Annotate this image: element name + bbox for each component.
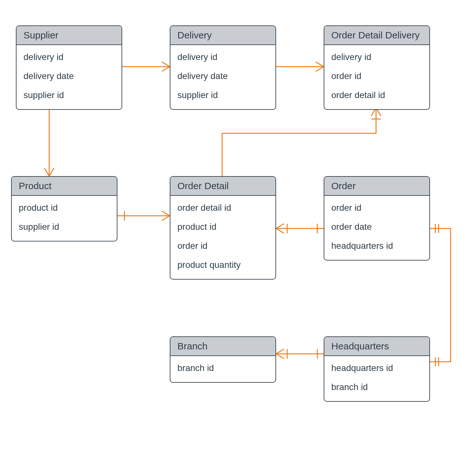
entity-title: Product (12, 177, 117, 196)
entity-attr: supplier id (177, 86, 268, 105)
entity-attr: delivery id (177, 48, 268, 67)
entity-attrs: product id supplier id (12, 196, 117, 241)
entity-title: Headquarters (324, 337, 429, 356)
entity-attr: branch id (177, 359, 268, 378)
entity-attrs: delivery id delivery date supplier id (17, 45, 122, 109)
entity-title: Order Detail Delivery (324, 26, 429, 45)
entity-attr: headquarters id (331, 359, 422, 378)
entity-attr: product id (19, 198, 110, 217)
entity-attrs: headquarters id branch id (324, 356, 429, 401)
entity-attrs: order detail id product id order id prod… (170, 196, 275, 279)
svg-line-27 (276, 354, 284, 359)
entity-attr: supplier id (19, 217, 110, 236)
entity-attr: supplier id (23, 86, 115, 105)
svg-line-18 (276, 228, 284, 233)
entity-title: Order (324, 177, 429, 196)
entity-attrs: order id order date headquarters id (324, 196, 429, 260)
svg-line-4 (316, 62, 324, 67)
entity-title: Branch (170, 337, 275, 356)
entity-attr: delivery id (331, 48, 422, 67)
entity-supplier[interactable]: Supplier delivery id delivery date suppl… (16, 25, 122, 110)
entity-product[interactable]: Product product id supplier id (11, 176, 117, 241)
entity-order[interactable]: Order order id order date headquarters i… (324, 176, 430, 261)
entity-attr: product id (177, 217, 268, 236)
entity-attrs: branch id (170, 356, 275, 382)
svg-line-26 (276, 349, 284, 354)
entity-attr: order detail id (177, 198, 268, 217)
entity-attr: order id (331, 198, 422, 217)
entity-branch[interactable]: Branch branch id (170, 336, 276, 383)
entity-attr: delivery date (23, 67, 115, 86)
entity-attrs: delivery id delivery date supplier id (170, 45, 275, 109)
entity-attr: order id (331, 67, 422, 86)
entity-delivery[interactable]: Delivery delivery id delivery date suppl… (170, 25, 276, 110)
entity-attr: branch id (331, 378, 422, 397)
entity-attr: headquarters id (331, 236, 422, 255)
entity-order-detail-delivery[interactable]: Order Detail Delivery delivery id order … (324, 25, 430, 110)
entity-attr: order id (177, 236, 268, 255)
entity-attr: delivery id (23, 48, 115, 67)
entity-attr: product quantity (177, 255, 268, 274)
svg-line-2 (162, 67, 170, 71)
entity-attr: delivery date (177, 67, 268, 86)
entity-title: Delivery (170, 26, 275, 45)
svg-line-7 (44, 168, 49, 176)
entity-headquarters[interactable]: Headquarters headquarters id branch id (324, 336, 430, 402)
er-diagram-canvas: Supplier delivery id delivery date suppl… (0, 0, 476, 476)
entity-attr: order detail id (331, 86, 422, 105)
svg-line-12 (162, 216, 170, 221)
svg-line-11 (162, 211, 170, 216)
svg-line-17 (276, 224, 284, 228)
svg-line-5 (316, 67, 324, 71)
svg-line-1 (162, 62, 170, 67)
entity-attrs: delivery id order id order detail id (324, 45, 429, 109)
entity-attr: order date (331, 217, 422, 236)
entity-title: Order Detail (170, 177, 275, 196)
entity-order-detail[interactable]: Order Detail order detail id product id … (170, 176, 276, 280)
svg-line-8 (49, 168, 54, 176)
entity-title: Supplier (17, 26, 122, 45)
